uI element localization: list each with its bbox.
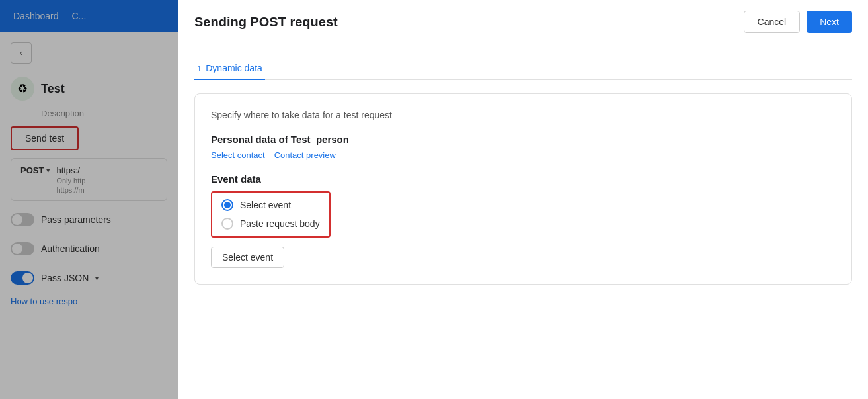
radio-select-event-circle <box>221 199 233 211</box>
select-event-button[interactable]: Select event <box>211 247 284 268</box>
tab-dynamic-data[interactable]: 1 Dynamic data <box>194 58 265 79</box>
radio-paste-body[interactable]: Paste request body <box>221 218 320 230</box>
modal-header: Sending POST request Cancel Next <box>178 0 868 44</box>
modal-body: 1 Dynamic data Specify where to take dat… <box>178 44 868 399</box>
modal: Sending POST request Cancel Next 1 Dynam… <box>178 0 868 399</box>
tab-label: Dynamic data <box>206 63 262 73</box>
radio-paste-body-circle <box>221 218 233 230</box>
radio-select-event-label: Select event <box>240 200 291 210</box>
tab-number: 1 <box>197 64 202 73</box>
main-card: Specify where to take data for a test re… <box>194 93 852 285</box>
event-data-radio-group: Select event Paste request body <box>211 191 331 238</box>
cancel-button[interactable]: Cancel <box>744 11 801 33</box>
contact-preview-link[interactable]: Contact preview <box>274 150 336 160</box>
select-contact-link[interactable]: Select contact <box>211 150 265 160</box>
modal-actions: Cancel Next <box>744 11 852 33</box>
event-data-title: Event data <box>211 173 836 185</box>
card-subtitle: Specify where to take data for a test re… <box>211 110 836 120</box>
radio-select-event[interactable]: Select event <box>221 199 320 211</box>
modal-title: Sending POST request <box>194 15 338 30</box>
radio-paste-body-label: Paste request body <box>240 218 320 229</box>
contact-links: Select contact Contact preview <box>211 150 836 160</box>
modal-tabs: 1 Dynamic data <box>194 58 852 80</box>
next-button[interactable]: Next <box>807 11 852 33</box>
personal-data-title: Personal data of Test_person <box>211 134 836 145</box>
